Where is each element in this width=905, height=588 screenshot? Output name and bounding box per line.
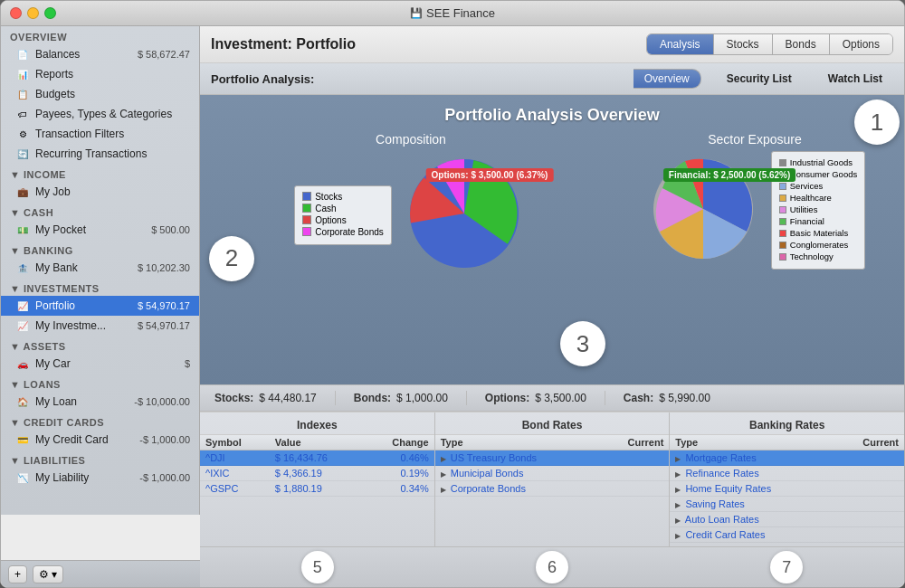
- sidebar-item-payees[interactable]: 🏷 Payees, Types & Categories: [1, 104, 199, 124]
- legend-cash: Cash: [302, 204, 384, 213]
- analysis-bar-title: Portfolio Analysis:: [211, 72, 314, 86]
- municipal-type: ▶ Municipal Bonds: [435, 466, 598, 481]
- indexes-row-dji[interactable]: ^DJI $ 16,434.76 0.46%: [200, 450, 434, 466]
- indexes-row-ixic[interactable]: ^IXIC $ 4,366.19 0.19%: [200, 466, 434, 481]
- sidebar-item-budgets[interactable]: 📋 Budgets: [1, 84, 199, 104]
- bond-row-corporate[interactable]: ▶ Corporate Bonds: [435, 481, 670, 497]
- my-investments-label: My Investme...: [35, 319, 132, 332]
- sidebar-item-my-job[interactable]: 💼 My Job: [1, 182, 199, 202]
- credit-card-type: ▶ Credit Card Rates: [670, 527, 833, 543]
- my-investments-value: $ 54,970.17: [138, 320, 190, 331]
- stat-bonds-value: $ 1,000.00: [396, 392, 448, 404]
- sub-tab-group: Overview: [634, 69, 701, 89]
- composition-pie-wrapper: Options: $ 3,500.00 (6.37%): [401, 150, 528, 280]
- balances-label: Balances: [35, 48, 132, 61]
- title-icon: 💾: [410, 7, 423, 19]
- sidebar-item-my-pocket[interactable]: 💵 My Pocket $ 500.00: [1, 220, 199, 240]
- subtab-overview[interactable]: Overview: [634, 69, 701, 89]
- indexes-row-gspc[interactable]: ^GSPC $ 1,880.19 0.34%: [200, 481, 434, 497]
- maximize-button[interactable]: [44, 7, 56, 19]
- home-equity-current: [833, 481, 904, 497]
- subtab-watch-list[interactable]: Watch List: [817, 70, 893, 88]
- banking-row-refinance[interactable]: ▶ Refinance Rates: [670, 466, 904, 481]
- filter-icon: ⚙: [15, 127, 30, 141]
- sidebar-item-portfolio[interactable]: 📈 Portfolio $ 54,970.17: [1, 296, 199, 316]
- banking-row-auto-loan[interactable]: ▶ Auto Loan Rates: [670, 512, 904, 527]
- bond-row-treasury[interactable]: ▶ US Treasury Bonds: [435, 450, 670, 466]
- income-icon: 💼: [15, 185, 30, 199]
- home-equity-type: ▶ Home Equity Rates: [670, 481, 833, 497]
- gear-icon: ⚙ ▾: [39, 568, 57, 581]
- gear-menu-button[interactable]: ⚙ ▾: [33, 565, 63, 583]
- legend-services: Services: [779, 181, 857, 191]
- stat-cash: Cash: $ 5,990.00: [624, 392, 710, 404]
- indexes-table-section: Indexes Symbol Value Change ^DJI: [200, 413, 435, 546]
- stat-cash-value: $ 5,990.00: [659, 392, 710, 404]
- municipal-current: [598, 466, 670, 481]
- corporate-current: [598, 481, 670, 497]
- sidebar-item-transaction-filters[interactable]: ⚙ Transaction Filters: [1, 124, 199, 144]
- treasury-type: ▶ US Treasury Bonds: [435, 450, 598, 466]
- dji-symbol: ^DJI: [200, 450, 270, 466]
- banking-row-mortgage[interactable]: ▶ Mortgage Rates: [670, 450, 904, 466]
- stats-divider-2: [466, 391, 467, 405]
- portfolio-label: Portfolio: [35, 299, 132, 312]
- sidebar-item-my-bank[interactable]: 🏦 My Bank $ 10,202.30: [1, 258, 199, 278]
- legend-healthcare: Healthcare: [779, 193, 857, 203]
- sidebar-item-balances[interactable]: 📄 Balances $ 58,672.47: [1, 44, 199, 64]
- sidebar-bottom-bar: + ⚙ ▾: [1, 560, 200, 587]
- tables-row: Indexes Symbol Value Change ^DJI: [200, 412, 904, 546]
- tab-bonds[interactable]: Bonds: [773, 34, 830, 54]
- sidebar-item-my-liability[interactable]: 📉 My Liability -$ 1,000.00: [1, 468, 199, 488]
- investments-icon: 📈: [15, 318, 30, 333]
- banking-row-credit-card[interactable]: ▶ Credit Card Rates: [670, 527, 904, 543]
- tab-stocks[interactable]: Stocks: [714, 34, 773, 54]
- subtab-security-list[interactable]: Security List: [716, 70, 803, 88]
- treasury-current: [598, 450, 670, 466]
- cash-legend-label: Cash: [315, 204, 336, 213]
- tab-options[interactable]: Options: [830, 34, 892, 54]
- dji-value: $ 16,434.76: [270, 450, 364, 466]
- stat-bonds: Bonds: $ 1,000.00: [354, 392, 448, 404]
- banking-rates-title: Banking Rates: [670, 416, 904, 435]
- analysis-bar: Portfolio Analysis: Overview Security Li…: [200, 63, 904, 95]
- reports-label: Reports: [35, 68, 190, 81]
- sidebar-item-my-car[interactable]: 🚗 My Car $: [1, 354, 199, 374]
- bottom-badge-6: 6: [536, 551, 568, 583]
- plus-icon: +: [14, 568, 21, 581]
- stat-options-label: Options:: [485, 392, 529, 404]
- bond-row-municipal[interactable]: ▶ Municipal Bonds: [435, 466, 670, 481]
- bond-rates-title: Bond Rates: [435, 416, 670, 435]
- banking-row-home-equity[interactable]: ▶ Home Equity Rates: [670, 481, 904, 497]
- sector-pie-wrapper: Financial: $ 2,500.00 (5.62%): [644, 150, 762, 270]
- banking-rates-table: Type Current ▶ Mortgage Rates ▶ Refinanc…: [670, 435, 904, 543]
- sidebar-item-my-credit-card[interactable]: 💳 My Credit Card -$ 1,000.00: [1, 430, 199, 450]
- sidebar-section-assets: ▼ ASSETS: [1, 336, 199, 354]
- asset-icon: 🚗: [15, 356, 30, 371]
- recurring-icon: 🔄: [15, 147, 30, 161]
- stocks-color: [302, 192, 311, 201]
- composition-title: Composition: [376, 132, 446, 147]
- stat-bonds-label: Bonds:: [354, 392, 391, 404]
- transaction-filters-label: Transaction Filters: [35, 128, 190, 140]
- cash-icon: 💵: [15, 223, 30, 237]
- sidebar-item-my-loan[interactable]: 🏠 My Loan -$ 10,000.00: [1, 392, 199, 412]
- add-account-button[interactable]: +: [8, 565, 27, 583]
- legend-options: Options: [302, 215, 384, 225]
- sidebar-item-my-investments[interactable]: 📈 My Investme... $ 54,970.17: [1, 316, 199, 336]
- sidebar-item-recurring[interactable]: 🔄 Recurring Transactions: [1, 144, 199, 164]
- composition-legend: Stocks Cash Options: [294, 185, 392, 245]
- close-button[interactable]: [10, 7, 22, 19]
- main-content: Investment: Portfolio Analysis Stocks Bo…: [200, 26, 904, 587]
- legend-technology: Technology: [779, 251, 857, 261]
- sidebar-item-reports[interactable]: 📊 Reports: [1, 64, 199, 84]
- auto-loan-current: [833, 512, 904, 527]
- my-pocket-value: $ 500.00: [151, 224, 190, 235]
- legend-basic-materials: Basic Materials: [779, 228, 857, 238]
- my-liability-value: -$ 1,000.00: [139, 472, 190, 483]
- my-credit-card-label: My Credit Card: [35, 433, 134, 446]
- minimize-button[interactable]: [27, 7, 39, 19]
- banking-row-saving[interactable]: ▶ Saving Rates: [670, 497, 904, 512]
- banking-rates-table-section: Banking Rates Type Current ▶ Mortgage Ra…: [670, 413, 904, 546]
- tab-analysis[interactable]: Analysis: [647, 34, 714, 54]
